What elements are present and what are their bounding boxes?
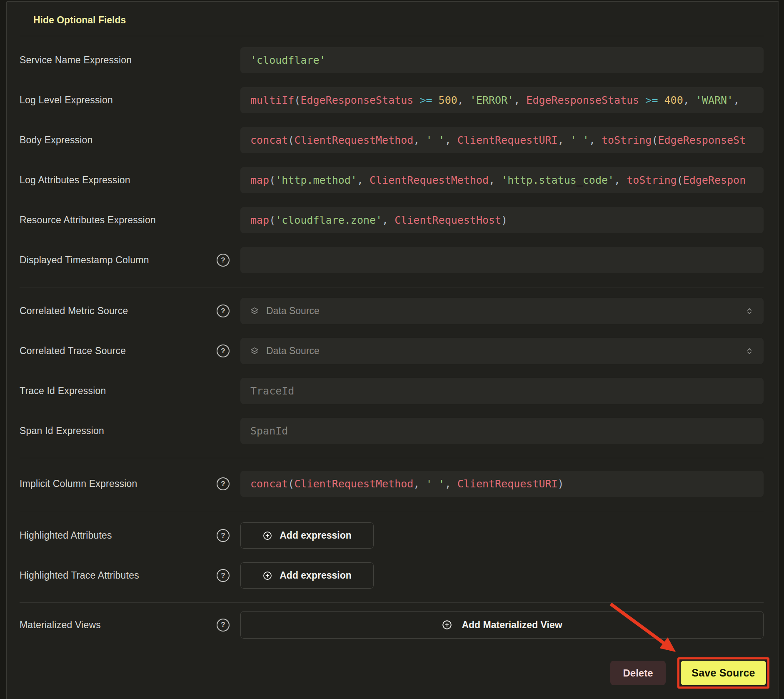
trace-id-expression-input[interactable]: TraceId: [240, 378, 764, 404]
field-row-body-expression: Body Expressionconcat(ClientRequestMetho…: [20, 127, 764, 153]
section-divider: [20, 36, 764, 36]
displayed-timestamp-column-input[interactable]: [240, 247, 764, 273]
field-row-trace-id-expression: Trace Id ExpressionTraceId: [20, 378, 764, 404]
field-row-service-name-expression: Service Name Expression'cloudflare': [20, 47, 764, 73]
layers-icon: [250, 346, 260, 356]
field-row-log-level-expression: Log Level ExpressionmultiIf(EdgeResponse…: [20, 87, 764, 113]
highlighted-attributes-add-button[interactable]: Add expression: [240, 522, 374, 549]
help-icon[interactable]: ?: [217, 569, 230, 582]
field-label-area: Highlighted Trace Attributes?: [20, 569, 240, 582]
add-button-label: Add expression: [280, 530, 352, 541]
field-label-area: Log Attributes Expression: [20, 175, 240, 186]
help-icon[interactable]: ?: [217, 254, 230, 267]
field-label-implicit-column-expression: Implicit Column Expression: [20, 478, 137, 489]
field-label-resource-attributes-expression: Resource Attributes Expression: [20, 215, 156, 226]
field-control: multiIf(EdgeResponseStatus >= 500, 'ERRO…: [240, 87, 764, 113]
field-control: SpanId: [240, 418, 764, 444]
field-label-area: Service Name Expression: [20, 55, 240, 66]
field-label-area: Highlighted Attributes?: [20, 529, 240, 542]
source-settings-panel: Hide Optional Fields Service Name Expres…: [6, 1, 779, 699]
field-label-area: Log Level Expression: [20, 95, 240, 106]
delete-button[interactable]: Delete: [610, 661, 666, 685]
field-row-span-id-expression: Span Id ExpressionSpanId: [20, 418, 764, 444]
placeholder-text: Data Source: [266, 305, 320, 317]
chevron-up-down-icon: [744, 306, 754, 316]
body-expression-input[interactable]: concat(ClientRequestMethod, ' ', ClientR…: [240, 127, 764, 153]
field-label-area: Body Expression: [20, 135, 240, 146]
field-label-area: Correlated Trace Source?: [20, 345, 240, 357]
field-label-area: Resource Attributes Expression: [20, 215, 240, 226]
field-control: map('cloudflare.zone', ClientRequestHost…: [240, 207, 764, 233]
annotation-highlight-box: Save Source: [677, 657, 769, 689]
circle-plus-icon: [262, 571, 272, 581]
help-icon[interactable]: ?: [217, 345, 230, 357]
materialized-views-add-button[interactable]: Add Materialized View: [240, 611, 764, 639]
field-label-log-attributes-expression: Log Attributes Expression: [20, 175, 130, 186]
field-row-resource-attributes-expression: Resource Attributes Expressionmap('cloud…: [20, 207, 764, 233]
placeholder-text: SpanId: [250, 425, 288, 437]
log-attributes-expression-input[interactable]: map('http.method', ClientRequestMethod, …: [240, 167, 764, 193]
optional-fields-form: Service Name Expression'cloudflare'Log L…: [20, 47, 764, 639]
field-control: concat(ClientRequestMethod, ' ', ClientR…: [240, 127, 764, 153]
field-label-log-level-expression: Log Level Expression: [20, 95, 113, 106]
placeholder-text: Data Source: [266, 345, 320, 357]
field-row-correlated-trace-source: Correlated Trace Source?Data Source: [20, 338, 764, 364]
resource-attributes-expression-input[interactable]: map('cloudflare.zone', ClientRequestHost…: [240, 207, 764, 233]
field-label-correlated-trace-source: Correlated Trace Source: [20, 345, 126, 357]
field-label-body-expression: Body Expression: [20, 135, 93, 146]
field-label-area: Implicit Column Expression?: [20, 477, 240, 490]
field-row-materialized-views: Materialized Views?Add Materialized View: [20, 611, 764, 639]
field-control: map('http.method', ClientRequestMethod, …: [240, 167, 764, 193]
field-row-log-attributes-expression: Log Attributes Expressionmap('http.metho…: [20, 167, 764, 193]
section-divider: [20, 458, 764, 458]
field-control: Data Source: [240, 298, 764, 324]
layers-icon: [250, 306, 260, 316]
field-row-displayed-timestamp-column: Displayed Timestamp Column?: [20, 247, 764, 273]
highlighted-trace-attributes-add-button[interactable]: Add expression: [240, 562, 374, 589]
field-label-area: Trace Id Expression: [20, 385, 240, 397]
service-name-expression-input[interactable]: 'cloudflare': [240, 47, 764, 73]
section-divider: [20, 287, 764, 287]
field-label-area: Span Id Expression: [20, 425, 240, 437]
field-label-trace-id-expression: Trace Id Expression: [20, 385, 106, 397]
help-icon[interactable]: ?: [217, 529, 230, 542]
field-control: Data Source: [240, 338, 764, 364]
field-control: [240, 247, 764, 273]
add-button-label: Add expression: [280, 570, 352, 581]
help-icon[interactable]: ?: [217, 305, 230, 317]
help-icon[interactable]: ?: [217, 477, 230, 490]
field-label-service-name-expression: Service Name Expression: [20, 55, 132, 66]
span-id-expression-input[interactable]: SpanId: [240, 418, 764, 444]
field-label-displayed-timestamp-column: Displayed Timestamp Column: [20, 255, 149, 266]
add-button-label: Add Materialized View: [462, 619, 562, 631]
field-control: 'cloudflare': [240, 47, 764, 73]
section-divider: [20, 511, 764, 511]
field-label-materialized-views: Materialized Views: [20, 619, 101, 631]
field-control: concat(ClientRequestMethod, ' ', ClientR…: [240, 471, 764, 497]
hide-optional-fields-toggle[interactable]: Hide Optional Fields: [33, 14, 764, 26]
field-label-area: Correlated Metric Source?: [20, 305, 240, 317]
field-row-highlighted-attributes: Highlighted Attributes?Add expression: [20, 522, 764, 549]
placeholder-text: TraceId: [250, 385, 294, 397]
log-level-expression-input[interactable]: multiIf(EdgeResponseStatus >= 500, 'ERRO…: [240, 87, 764, 113]
implicit-column-expression-input[interactable]: concat(ClientRequestMethod, ' ', ClientR…: [240, 471, 764, 497]
field-label-correlated-metric-source: Correlated Metric Source: [20, 305, 128, 317]
field-control: Add expression: [240, 522, 764, 549]
save-source-button[interactable]: Save Source: [681, 661, 766, 685]
section-divider: [20, 602, 764, 603]
circle-plus-icon: [442, 619, 452, 630]
field-label-area: Displayed Timestamp Column?: [20, 254, 240, 267]
correlated-metric-source-select[interactable]: Data Source: [240, 298, 764, 324]
field-row-correlated-metric-source: Correlated Metric Source?Data Source: [20, 298, 764, 324]
field-control: Add Materialized View: [240, 611, 764, 639]
field-control: Add expression: [240, 562, 764, 589]
field-row-highlighted-trace-attributes: Highlighted Trace Attributes?Add express…: [20, 562, 764, 589]
field-control: TraceId: [240, 378, 764, 404]
field-row-implicit-column-expression: Implicit Column Expression?concat(Client…: [20, 471, 764, 497]
form-footer: Delete Save Source: [20, 657, 769, 689]
help-icon[interactable]: ?: [217, 619, 230, 632]
field-label-span-id-expression: Span Id Expression: [20, 425, 104, 437]
field-label-highlighted-trace-attributes: Highlighted Trace Attributes: [20, 570, 139, 581]
circle-plus-icon: [262, 531, 272, 541]
correlated-trace-source-select[interactable]: Data Source: [240, 338, 764, 364]
